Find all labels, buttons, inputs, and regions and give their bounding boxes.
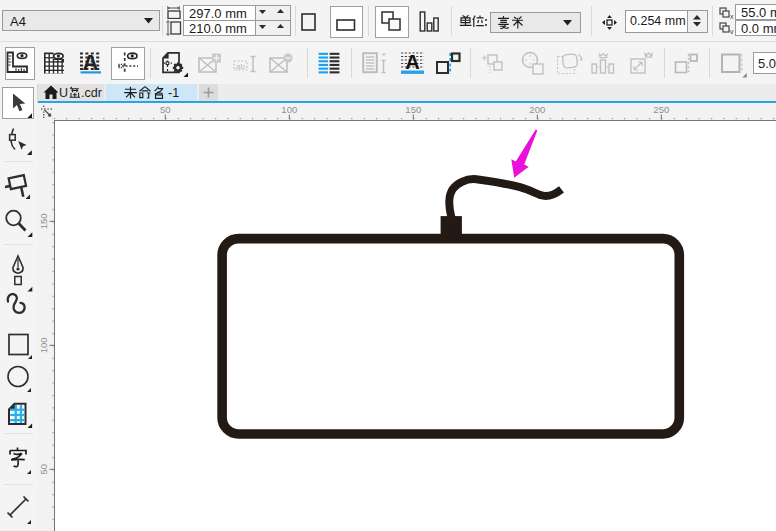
svg-text:50: 50 — [160, 104, 171, 115]
svg-text:100: 100 — [281, 104, 297, 115]
svg-text:.cdr: .cdr — [81, 86, 102, 99]
svg-text:y: y — [730, 28, 734, 34]
svg-text:-1: -1 — [168, 86, 179, 99]
svg-text:250: 250 — [653, 104, 669, 115]
svg-text:A: A — [405, 51, 419, 73]
svg-text:U: U — [59, 86, 68, 99]
svg-text:150: 150 — [38, 213, 49, 229]
svg-text:100: 100 — [38, 337, 49, 353]
svg-text:200: 200 — [529, 104, 545, 115]
svg-text:x: x — [730, 13, 734, 19]
svg-text:50: 50 — [38, 464, 49, 475]
svg-text:150: 150 — [405, 104, 421, 115]
svg-text:ab: ab — [236, 62, 245, 71]
